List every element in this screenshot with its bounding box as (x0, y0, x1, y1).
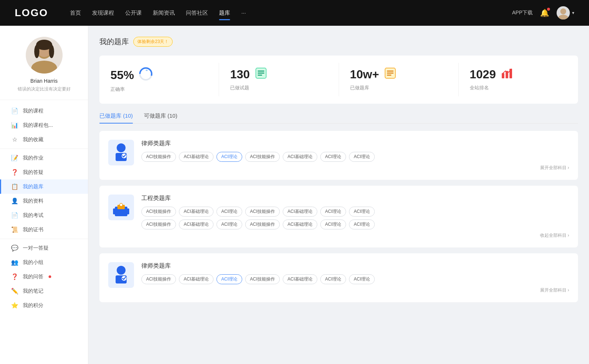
stat-banks-value: 10w+ (350, 68, 379, 81)
user-avatar-menu[interactable]: ▾ (557, 6, 574, 19)
tab-done-banks[interactable]: 已做题库 (10) (99, 113, 133, 123)
tags-row-engineering-1: ACI技能操作 ACI基础理论 ACI理论 ACI技能操作 ACI基础理论 AC… (141, 207, 569, 217)
points-icon: ⭐ (11, 302, 18, 309)
tags-row-engineering-2: ACI技能操作 ACI基础理论 ACI理论 ACI技能操作 ACI基础理论 AC… (141, 220, 569, 229)
header-right: APP下载 🔔 ▾ (512, 6, 574, 19)
qbank-icon-lawyer-1 (108, 140, 134, 165)
tag[interactable]: ACI技能操作 (245, 207, 280, 217)
nav-open-course[interactable]: 公开课 (125, 8, 142, 18)
profile-name: Brian Harris (7, 78, 81, 84)
notification-dot (547, 8, 550, 11)
qbank-icon-lawyer-2 (108, 262, 134, 288)
tag[interactable]: ACI理论 (216, 207, 242, 217)
page-title: 我的题库 (99, 37, 129, 47)
stats-row: 55% 正确率 130 (99, 56, 578, 104)
tag[interactable]: ACI基础理论 (283, 152, 317, 162)
page-layout: Brian Harris 错误的决定比没有决定要好 📄 我的课程 📊 我的课程包… (0, 26, 589, 364)
favorites-icon: ☆ (11, 136, 18, 143)
sidebar-item-exam[interactable]: 📄 我的考试 (0, 208, 88, 222)
tag[interactable]: ACI理论 (320, 152, 346, 162)
svg-rect-18 (387, 71, 394, 72)
tags-row-lawyer-1: ACI技能操作 ACI基础理论 ACI理论 ACI技能操作 ACI基础理论 AC… (141, 152, 569, 162)
sidebar-item-my-qa[interactable]: ❓ 我的问答 (0, 270, 88, 284)
tag[interactable]: ACI基础理论 (283, 207, 317, 217)
svg-point-32 (117, 266, 126, 275)
tag[interactable]: ACI理论 (349, 207, 375, 217)
tag[interactable]: ACI理论 (320, 207, 346, 217)
sidebar-item-profile[interactable]: 👤 我的资料 (0, 194, 88, 208)
tag[interactable]: ACI技能操作 (141, 220, 176, 229)
collapse-btn-engineering[interactable]: 收起全部科目 › (141, 232, 569, 239)
tag[interactable]: ACI技能操作 (141, 274, 176, 284)
tag[interactable]: ACI基础理论 (283, 220, 317, 229)
tag[interactable]: ACI理论 (320, 220, 346, 229)
one-on-one-icon: 💬 (11, 245, 18, 251)
trial-badge: 体验剩余23天！ (133, 37, 173, 47)
chevron-down-icon: ▾ (572, 10, 574, 15)
tag[interactable]: ACI基础理论 (179, 152, 214, 162)
tag[interactable]: ACI技能操作 (245, 220, 280, 229)
qbank-name-lawyer-2: 律师类题库 (141, 262, 569, 270)
tag[interactable]: ACI基础理论 (179, 220, 214, 229)
sidebar-item-points[interactable]: ⭐ 我的积分 (0, 298, 88, 313)
sidebar-item-favorites[interactable]: ☆ 我的收藏 (0, 132, 88, 147)
profile-icon: 👤 (11, 197, 18, 204)
sidebar-item-notes[interactable]: ✏️ 我的笔记 (0, 284, 88, 298)
group-icon: 👥 (11, 259, 18, 266)
sidebar-menu: 📄 我的课程 📊 我的课程包... ☆ 我的收藏 📝 我的作业 ❓ 我的答疑 � (0, 100, 88, 316)
svg-point-1 (558, 15, 568, 19)
nav-qa[interactable]: 问答社区 (186, 8, 208, 18)
sidebar-item-course-pack[interactable]: 📊 我的课程包... (0, 118, 88, 132)
tag[interactable]: ACI技能操作 (245, 274, 280, 284)
tag[interactable]: ACI理论 (320, 274, 346, 284)
nav-news[interactable]: 新闻资讯 (153, 8, 175, 18)
tab-available-banks[interactable]: 可做题库 (10) (144, 113, 177, 123)
stat-banks-label: 已做题库 (350, 85, 447, 91)
nav-more[interactable]: ··· (241, 8, 246, 18)
tag[interactable]: ACI基础理论 (179, 207, 214, 217)
tag[interactable]: ACI技能操作 (141, 152, 176, 162)
qbank-icon-engineering (108, 195, 134, 220)
tag[interactable]: ACI理论 (349, 220, 375, 229)
tag[interactable]: ACI理论 (349, 274, 375, 284)
rank-icon (500, 67, 514, 82)
menu-divider-2 (0, 239, 88, 239)
expand-btn-lawyer-2[interactable]: 展开全部科目 › (141, 287, 569, 293)
stat-done-questions: 130 已做试题 (219, 63, 339, 96)
sidebar-item-certificate[interactable]: 📜 我的证书 (0, 222, 88, 237)
tag[interactable]: ACI基础理论 (179, 274, 214, 284)
notification-bell[interactable]: 🔔 (540, 8, 549, 17)
unread-dot (49, 275, 51, 278)
app-download-btn[interactable]: APP下载 (512, 10, 533, 16)
expand-btn-lawyer-1[interactable]: 展开全部科目 › (141, 165, 569, 171)
svg-rect-31 (127, 208, 129, 214)
svg-rect-30 (113, 208, 116, 214)
qbank-name-lawyer-1: 律师类题库 (141, 140, 569, 147)
sidebar-item-my-course[interactable]: 📄 我的课程 (0, 104, 88, 118)
tag[interactable]: ACI理论 (216, 220, 242, 229)
svg-rect-15 (258, 73, 264, 74)
sidebar-label-my-course: 我的课程 (23, 108, 43, 114)
tabs-row: 已做题库 (10) 可做题库 (10) (99, 113, 578, 124)
course-icon: 📄 (11, 107, 18, 114)
nav-question-bank[interactable]: 题库 (219, 8, 230, 18)
sidebar-label-my-qa: 我的问答 (23, 274, 43, 280)
tag[interactable]: ACI技能操作 (245, 152, 280, 162)
nav-home[interactable]: 首页 (70, 8, 81, 18)
profile-section: Brian Harris 错误的决定比没有决定要好 (0, 37, 88, 100)
sidebar-label-certificate: 我的证书 (23, 226, 43, 233)
certificate-icon: 📜 (11, 226, 18, 233)
tag[interactable]: ACI基础理论 (283, 274, 317, 284)
stat-done-label: 已做试题 (230, 85, 327, 91)
tag[interactable]: ACI理论 (349, 152, 375, 162)
tag-active[interactable]: ACI理论 (216, 274, 242, 284)
sidebar-item-1on1[interactable]: 💬 一对一答疑 (0, 241, 88, 255)
tag-active[interactable]: ACI理论 (216, 152, 242, 162)
svg-point-24 (117, 143, 126, 152)
sidebar-item-question-bank[interactable]: 📋 我的题库 (0, 179, 88, 194)
sidebar-item-group[interactable]: 👥 我的小组 (0, 255, 88, 270)
sidebar-item-qa[interactable]: ❓ 我的答疑 (0, 165, 88, 179)
sidebar-item-homework[interactable]: 📝 我的作业 (0, 151, 88, 165)
tag[interactable]: ACI技能操作 (141, 207, 176, 217)
nav-discover[interactable]: 发现课程 (92, 8, 114, 18)
